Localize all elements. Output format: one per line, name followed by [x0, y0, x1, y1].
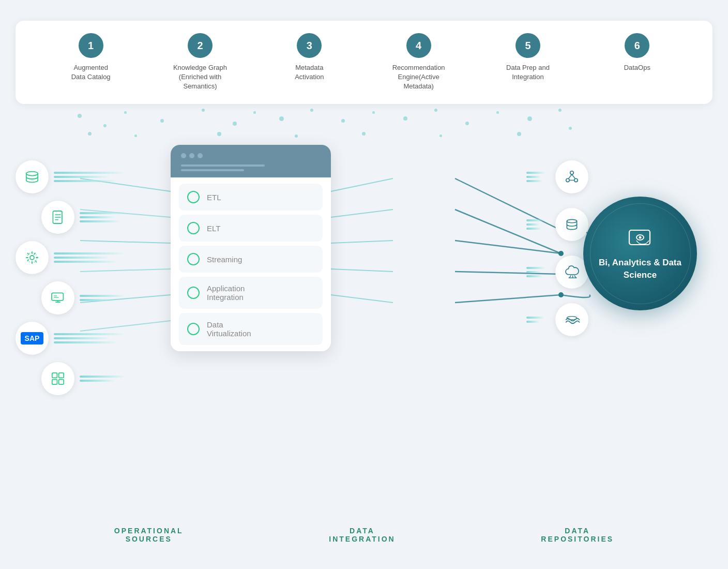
label-line2: REPOSITORIES [541, 535, 614, 543]
network-graph-icon [555, 160, 588, 193]
line-bar [54, 257, 110, 259]
label-data-integration: DATA INTEGRATION [329, 527, 395, 543]
monitor-icon [41, 281, 74, 315]
svg-line-38 [331, 209, 393, 217]
decor-dot [403, 116, 407, 121]
top-item-1: 1 AugmentedData Catalog [36, 33, 145, 82]
line-bar [54, 341, 118, 343]
panel-header [171, 145, 331, 177]
source-sap: SAP [16, 322, 134, 355]
line-bar [54, 252, 126, 254]
decor-dot [124, 111, 127, 114]
app-integration-label: ApplicationIntegration [207, 284, 245, 302]
data-lake-icon [555, 303, 588, 336]
source-document [41, 201, 134, 234]
decor-dot [496, 111, 499, 114]
decor-dot [569, 127, 572, 130]
top-item-label-2: Knowledge Graph(Enriched withSemantics) [173, 63, 227, 92]
decor-dot [253, 111, 256, 114]
decor-dot [434, 109, 437, 112]
label-line1: OPERATIONAL [114, 527, 184, 535]
decor-dot [527, 116, 532, 121]
top-item-2: 2 Knowledge Graph(Enriched withSemantics… [145, 33, 254, 92]
line-bar [526, 267, 545, 269]
svg-point-22 [567, 219, 577, 222]
top-item-5: 5 Data Prep andIntegration [473, 33, 582, 82]
line-bar [54, 261, 118, 263]
repo-cloud [526, 256, 588, 289]
line-bar [526, 180, 543, 182]
top-item-label-1: AugmentedData Catalog [71, 63, 111, 82]
line-bar [54, 337, 110, 339]
repo-network [526, 160, 588, 193]
panel-header-lines [181, 164, 321, 171]
decor-dot [78, 114, 82, 118]
top-items-bar: 1 AugmentedData Catalog 2 Knowledge Grap… [16, 21, 712, 104]
top-item-circle-1: 1 [79, 33, 103, 58]
decor-dot [310, 109, 313, 112]
integration-item-streaming[interactable]: Streaming [179, 246, 323, 273]
decor-dot [202, 109, 205, 112]
svg-line-37 [331, 178, 393, 191]
connector-lines [80, 376, 134, 382]
decor-dot [134, 134, 137, 137]
line-bar [526, 219, 544, 221]
integration-item-elt[interactable]: ELT [179, 215, 323, 242]
top-item-circle-5: 5 [515, 33, 540, 58]
bottom-labels: OPERATIONAL SOURCES DATA INTEGRATION DAT… [0, 527, 728, 543]
panel-body: ETL ELT Streaming ApplicationIntegration… [171, 177, 331, 351]
grid-icon [41, 362, 74, 395]
window-dot-red [181, 153, 186, 158]
decor-dot [558, 109, 562, 112]
top-item-6: 6 DataOps [583, 33, 692, 72]
svg-point-5 [30, 256, 34, 260]
svg-rect-13 [59, 373, 64, 378]
decor-dot [233, 122, 237, 126]
radio-streaming[interactable] [187, 253, 200, 265]
radio-elt[interactable] [187, 222, 200, 234]
line-bar [54, 180, 118, 182]
top-item-circle-4: 4 [406, 33, 431, 58]
decor-dot [103, 124, 107, 127]
repo-database-icon [555, 208, 588, 241]
line-bar [526, 271, 541, 273]
line-bar [54, 172, 126, 174]
sap-badge: SAP [21, 332, 44, 345]
integration-item-etl[interactable]: ETL [179, 184, 323, 211]
top-item-circle-2: 2 [188, 33, 213, 58]
streaming-label: Streaming [207, 255, 242, 264]
panel-window-dots [181, 153, 321, 158]
decor-dot [88, 132, 92, 136]
label-operational-sources: OPERATIONAL SOURCES [114, 527, 184, 543]
radio-data-virt[interactable] [187, 323, 200, 335]
decor-dot [517, 132, 521, 136]
etl-label: ETL [207, 193, 221, 202]
svg-rect-12 [52, 373, 57, 378]
repo-database [526, 208, 588, 241]
data-repositories [526, 160, 588, 336]
line-bar [526, 228, 542, 230]
radio-app-integration[interactable] [187, 287, 200, 299]
source-settings [16, 241, 134, 274]
decor-dot [217, 132, 221, 136]
line-bar [80, 299, 115, 301]
svg-point-17 [566, 178, 569, 182]
decor-dot [439, 134, 442, 137]
integration-item-data-virt[interactable]: DataVirtualization [179, 313, 323, 345]
sap-icon: SAP [16, 322, 49, 355]
svg-line-41 [331, 295, 393, 303]
document-icon [41, 201, 74, 234]
line-bar [526, 172, 545, 174]
label-line1: DATA [329, 527, 395, 535]
svg-point-27 [567, 317, 577, 320]
label-line2: INTEGRATION [329, 535, 395, 543]
connector-lines-right [526, 172, 550, 182]
radio-etl[interactable] [187, 191, 200, 203]
top-item-label-6: DataOps [624, 63, 650, 72]
main-container: 1 AugmentedData Catalog 2 Knowledge Grap… [0, 0, 728, 569]
header-line [181, 169, 244, 171]
integration-item-app-integration[interactable]: ApplicationIntegration [179, 277, 323, 309]
decor-dot [341, 119, 345, 123]
line-bar [80, 216, 115, 218]
connector-lines [54, 333, 134, 343]
